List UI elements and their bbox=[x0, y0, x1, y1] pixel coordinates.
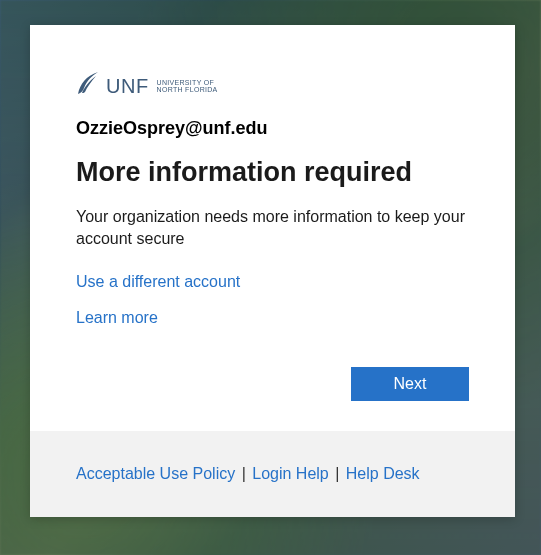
logo-sub-line2: North Florida bbox=[157, 86, 218, 94]
body-text: Your organization needs more information… bbox=[76, 206, 469, 251]
card-footer: Acceptable Use Policy | Login Help | Hel… bbox=[30, 431, 515, 517]
card-body: UNF University of North Florida OzzieOsp… bbox=[30, 25, 515, 431]
page-title: More information required bbox=[76, 157, 469, 188]
osprey-icon bbox=[76, 70, 100, 96]
learn-more-link[interactable]: Learn more bbox=[76, 309, 158, 327]
button-row: Next bbox=[76, 367, 469, 401]
org-logo: UNF University of North Florida bbox=[76, 70, 469, 96]
logo-text-sub: University of North Florida bbox=[157, 79, 218, 94]
account-email: OzzieOsprey@unf.edu bbox=[76, 118, 469, 139]
use-different-account-link[interactable]: Use a different account bbox=[76, 273, 240, 291]
logo-text-main: UNF bbox=[106, 76, 149, 96]
login-help-link[interactable]: Login Help bbox=[252, 465, 329, 482]
help-desk-link[interactable]: Help Desk bbox=[346, 465, 420, 482]
footer-separator: | bbox=[335, 465, 339, 482]
logo-sub-line1: University of bbox=[157, 79, 218, 87]
signin-card: UNF University of North Florida OzzieOsp… bbox=[30, 25, 515, 517]
acceptable-use-link[interactable]: Acceptable Use Policy bbox=[76, 465, 235, 482]
footer-separator: | bbox=[242, 465, 246, 482]
next-button[interactable]: Next bbox=[351, 367, 469, 401]
